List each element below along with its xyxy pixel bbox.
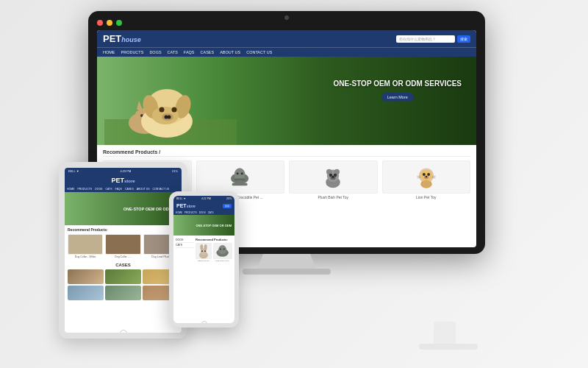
tablet-product-item[interactable]: Dog Collar - ... [105,234,140,258]
monitor-camera [284,15,289,20]
logo-pet: PET [103,33,121,44]
hero-cta-button[interactable]: Learn More [381,93,414,102]
hero-text-block: ONE-STOP OEM OR ODM SERVICES Learn More [334,79,462,102]
tablet-logo-house: store [124,179,135,183]
svg-point-29 [241,172,243,174]
phone-product-item[interactable]: Rabbit Pet Toy [196,243,212,262]
tablet-nav-dogs[interactable]: DOGS [95,188,102,191]
tablet-nav-cats[interactable]: CATS [105,188,112,191]
tablet-home-button[interactable] [120,330,127,337]
products-title: Recommend Products / [103,149,470,157]
tablet-product-image [68,234,103,255]
phone-nav-dogs[interactable]: DOGS [199,211,206,214]
svg-point-59 [220,249,221,250]
case-image[interactable] [105,269,141,284]
svg-point-45 [426,176,427,177]
nav-products[interactable]: PRODUCTS [121,50,144,54]
tablet-nav-products[interactable]: PRODUCTS [78,188,93,191]
svg-point-50 [420,180,432,188]
tablet-screen: BELL ▼ 4:29 PM 21% PETstore HOME PRODUCT… [65,168,182,333]
tablet-product-item[interactable]: Dog Collar - White [68,234,103,258]
search-box[interactable]: 您在找什么宠物用品？ [396,35,455,43]
phone-croc-icon [214,244,232,260]
tablet-logo-pet: PET [111,177,124,184]
phone-sidebar-dogs[interactable]: DOGS [176,238,194,243]
product-card[interactable]: Lion Pet Toy [382,160,471,200]
phone-product-item[interactable]: Long Plush Croc... [213,243,232,262]
tablet-content: Recommend Products: Dog Collar - White D… [65,225,182,302]
site-header: PEThouse 您在找什么宠物用品？ 搜索 [97,30,476,47]
svg-point-13 [172,107,177,113]
phone-search-btn[interactable]: 搜索 [223,204,232,208]
tablet-nav-home[interactable]: HOME [67,188,75,191]
hero-title: ONE-STOP OEM OR ODM SERVICES [334,79,462,89]
phone-product-image [213,243,232,259]
phone-status-bar: BELL ▼ 4:22 PM 26% [173,196,234,202]
phone-main: Recommend Products: [196,238,232,262]
tablet-nav-contact[interactable]: CONTACT US [153,188,169,191]
phone-nav-products[interactable]: PRODUCTS [184,211,197,214]
svg-point-53 [200,244,203,250]
phone-sidebar-cats[interactable]: CATS [176,243,194,248]
phone-layout: DOGS CATS Recommend Products: [176,238,232,262]
logo-house: house [121,36,141,43]
phone-sidebar: DOGS CATS [176,238,194,262]
nav-home[interactable]: HOME [103,50,115,54]
case-image[interactable] [105,286,141,300]
svg-point-28 [237,172,239,174]
site-logo: PEThouse [103,33,141,44]
svg-rect-30 [234,178,245,180]
phone-screen: BELL ▼ 4:22 PM 26% PETstore 搜索 HOME PROD… [173,196,234,323]
tablet-products: Dog Collar - White Dog Collar - ... Dog … [68,234,179,258]
phone-body: BELL ▼ 4:22 PM 26% PETstore 搜索 HOME PROD… [169,191,239,328]
phone-product-name: Long Plush Croc... [213,260,232,262]
svg-point-42 [423,173,426,176]
tablet-nav-cases[interactable]: CASES [125,188,134,191]
laptop-stand-decoration [415,305,481,350]
tablet-time: 4:29 PM [120,169,131,173]
tablet-nav-about[interactable]: ABOUT US [137,188,150,191]
tablet-nav-faqs[interactable]: FAQS [115,188,122,191]
phone-nav-home[interactable]: HOME [176,211,182,214]
scene: PEThouse 您在找什么宠物用品？ 搜索 HOME PRODUCTS DOG… [0,0,588,368]
phone-hero: ONE-STOP OEM OR ODM [173,215,234,236]
phone-carrier: BELL ▼ [176,197,186,200]
phone-logo: PETstore [176,203,196,208]
nav-cats[interactable]: CATS [168,50,178,54]
svg-point-60 [223,249,225,250]
svg-rect-31 [232,183,248,185]
phone-time: 4:22 PM [201,197,211,200]
svg-point-56 [204,250,206,252]
phone-nav-cats[interactable]: CATS [208,211,214,214]
svg-marker-3 [137,101,143,110]
case-image[interactable] [68,269,104,284]
search-button[interactable]: 搜索 [457,35,470,43]
svg-point-39 [332,176,334,178]
phone-header: PETstore 搜索 [173,202,234,210]
nav-dogs[interactable]: DOGS [149,50,161,54]
tablet-hero: ONE-STOP OEM OR ODM... [65,192,182,225]
svg-point-12 [159,107,165,113]
phone-battery: 26% [226,197,232,200]
svg-point-43 [427,173,430,176]
phone-product-name: Rabbit Pet Toy [196,260,212,262]
svg-point-58 [218,245,226,254]
phone-logo-house: store [187,204,196,208]
nav-about[interactable]: ABOUT US [220,50,240,54]
tablet-battery: 21% [172,169,178,173]
phone-rabbit-icon [196,244,211,260]
laptop-stand-base [419,344,478,350]
tablet-carrier: BELL ▼ [68,169,79,173]
nav-faqs[interactable]: FAQS [184,50,195,54]
tablet-product-name: Dog Collar - ... [105,255,140,258]
nav-contact[interactable]: CONTACT US [246,50,272,54]
svg-point-55 [201,250,203,252]
phone-home-button[interactable] [201,321,207,327]
laptop-stand-neck [434,322,456,344]
nav-cases[interactable]: CASES [201,50,215,54]
product-card[interactable]: Plush Bish Pet Toy [289,160,378,200]
case-image[interactable] [68,286,104,300]
site-nav: HOME PRODUCTS DOGS CATS FAQS CASES ABOUT… [97,47,476,57]
phone-products-title: Recommend Products: [196,238,232,241]
phone-products: Rabbit Pet Toy [196,243,232,262]
